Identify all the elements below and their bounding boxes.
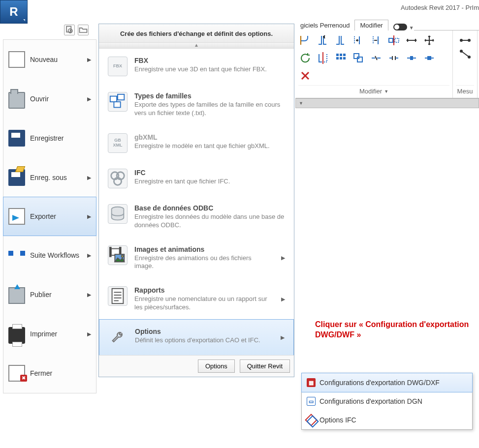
database-icon bbox=[108, 204, 128, 224]
chevron-right-icon: ▶ bbox=[87, 252, 91, 259]
svg-rect-34 bbox=[354, 54, 359, 59]
svg-rect-31 bbox=[336, 57, 339, 60]
menu-item-print[interactable]: Imprimer▶ bbox=[3, 314, 96, 354]
open-icon bbox=[8, 92, 25, 109]
menu-item-close[interactable]: Fermer bbox=[3, 354, 96, 393]
menu-item-save[interactable]: Enregistrer bbox=[3, 119, 96, 158]
chevron-right-icon: ▶ bbox=[281, 334, 285, 341]
scale-icon[interactable] bbox=[351, 51, 365, 65]
measure-between-icon[interactable] bbox=[458, 47, 472, 61]
flyout-item-dgn[interactable]: ▭ Configurations d'exportation DGN bbox=[302, 392, 472, 411]
ribbon-toggle-switch[interactable] bbox=[393, 24, 407, 30]
scroll-up-indicator[interactable]: ▲ bbox=[99, 43, 294, 49]
menu-item-publish[interactable]: Publier▶ bbox=[3, 275, 96, 314]
split-icon[interactable] bbox=[369, 51, 383, 65]
delete-icon[interactable] bbox=[298, 69, 312, 83]
cope-icon[interactable] bbox=[298, 33, 312, 47]
align-icon[interactable] bbox=[351, 33, 365, 47]
wrench-icon bbox=[108, 328, 128, 347]
gbxml-icon: GB XML bbox=[108, 133, 128, 153]
app-menu-footer: Options Quitter Revit bbox=[99, 355, 294, 377]
close-icon bbox=[8, 365, 25, 382]
unpin-icon[interactable] bbox=[422, 51, 436, 65]
panel-title-modify[interactable]: Modifier▼ bbox=[298, 85, 449, 95]
export-item-reports[interactable]: RapportsEnregistre une nomenclature ou u… bbox=[99, 278, 294, 320]
ribbon-tab-modifier[interactable]: Modifier bbox=[354, 20, 388, 30]
svg-rect-23 bbox=[389, 38, 393, 42]
mirror-pick-icon[interactable] bbox=[316, 51, 330, 65]
app-title: Autodesk Revit 2017 - PrIm bbox=[401, 4, 479, 11]
export-item-family-types[interactable]: Types de famillesExporte des types de fa… bbox=[99, 84, 294, 125]
new-icon bbox=[8, 51, 25, 68]
pin-icon[interactable] bbox=[405, 51, 418, 65]
flyout-item-dwg-dxf[interactable]: ▦ Configurations d'exportation DWG/DXF bbox=[301, 373, 473, 392]
dimension-icon[interactable] bbox=[405, 33, 418, 47]
ifc-icon bbox=[108, 169, 128, 188]
split-gap-icon[interactable] bbox=[387, 51, 401, 65]
chevron-right-icon: ▶ bbox=[87, 57, 91, 63]
menu-item-suite-workflows[interactable]: Suite Workflows▶ bbox=[3, 236, 96, 275]
menu-item-new[interactable]: Nouveau▶ bbox=[3, 40, 96, 79]
menu-item-open[interactable]: Ouvrir▶ bbox=[3, 79, 96, 119]
svg-rect-30 bbox=[343, 54, 346, 56]
move-icon[interactable] bbox=[422, 33, 436, 47]
quick-access-toolbar bbox=[64, 25, 89, 35]
flyout-item-ifc[interactable]: Options IFC bbox=[302, 411, 472, 429]
measure-icon[interactable] bbox=[458, 33, 472, 47]
export-icon bbox=[8, 208, 25, 225]
open-doc-icon[interactable] bbox=[78, 25, 89, 35]
svg-rect-35 bbox=[357, 57, 362, 62]
chevron-right-icon: ▶ bbox=[87, 292, 91, 298]
family-types-icon bbox=[108, 92, 128, 112]
svg-point-44 bbox=[468, 56, 470, 58]
chevron-right-icon: ▶ bbox=[87, 213, 91, 220]
chevron-right-icon: ▶ bbox=[87, 175, 91, 181]
recent-doc-icon[interactable] bbox=[64, 25, 75, 35]
export-item-ifc[interactable]: IFCEnregistre en tant que fichier IFC. bbox=[99, 161, 294, 196]
mirror-axis-icon[interactable] bbox=[387, 33, 401, 47]
svg-point-41 bbox=[460, 39, 462, 41]
export-item-fbx[interactable]: FBX FBXEnregistre une vue 3D en tant que… bbox=[99, 49, 294, 84]
chevron-right-icon: ▶ bbox=[87, 96, 91, 102]
svg-rect-3 bbox=[118, 94, 124, 100]
save-as-icon bbox=[8, 169, 25, 186]
revit-logo-icon: R bbox=[9, 5, 18, 19]
chevron-right-icon: ▶ bbox=[87, 331, 91, 337]
export-item-gbxml[interactable]: GB XML gbXMLEnregistre le modèle en tant… bbox=[99, 125, 294, 161]
menu-item-save-as[interactable]: Enreg. sous▶ bbox=[3, 158, 96, 197]
export-submenu: Crée des fichiers d'échange et définit d… bbox=[98, 24, 294, 377]
svg-rect-28 bbox=[336, 54, 339, 56]
application-menu-button[interactable]: R bbox=[0, 0, 28, 24]
svg-point-13 bbox=[122, 255, 124, 257]
trim-arrow-icon[interactable] bbox=[316, 33, 330, 47]
ribbon-tab-perrenoud[interactable]: giciels Perrenoud bbox=[295, 20, 354, 30]
panel-title-measure: Mesu bbox=[456, 85, 474, 95]
array-icon[interactable] bbox=[334, 51, 348, 65]
svg-rect-4 bbox=[114, 102, 120, 107]
quit-revit-button[interactable]: Quitter Revit bbox=[240, 359, 290, 373]
options-button[interactable]: Options bbox=[198, 359, 235, 373]
menu-item-export[interactable]: Exporter▶ bbox=[3, 197, 96, 236]
svg-point-42 bbox=[468, 39, 470, 41]
fbx-icon: FBX bbox=[108, 57, 128, 76]
svg-rect-24 bbox=[395, 38, 399, 42]
offset-icon[interactable] bbox=[369, 33, 383, 47]
options-bar: ▼ bbox=[295, 98, 479, 108]
svg-rect-10 bbox=[110, 247, 111, 256]
print-icon bbox=[8, 327, 25, 344]
publish-icon bbox=[8, 287, 25, 304]
annotation-instruction: Cliquer sur « Configuration d'exportatio… bbox=[315, 320, 473, 340]
chevron-down-icon: ▼ bbox=[409, 25, 414, 30]
rotate-icon[interactable] bbox=[298, 51, 312, 65]
dropdown-indicator-icon[interactable]: ▼ bbox=[299, 101, 303, 106]
chevron-right-icon: ▶ bbox=[281, 255, 285, 261]
title-bar: Autodesk Revit 2017 - PrIm bbox=[0, 0, 479, 15]
trim-icon[interactable] bbox=[334, 33, 348, 47]
app-menu: Nouveau▶ Ouvrir▶ Enregistrer Enreg. sous… bbox=[3, 39, 96, 393]
export-item-odbc[interactable]: Base de données ODBCEnregistre les donné… bbox=[99, 196, 294, 238]
svg-rect-36 bbox=[411, 57, 413, 60]
export-item-images-animations[interactable]: Images et animationsEnregistre des anima… bbox=[99, 238, 294, 279]
export-item-options[interactable]: OptionsDéfinit les options d'exportation… bbox=[99, 319, 294, 356]
svg-rect-33 bbox=[343, 57, 346, 60]
ifc-options-icon bbox=[307, 416, 316, 424]
